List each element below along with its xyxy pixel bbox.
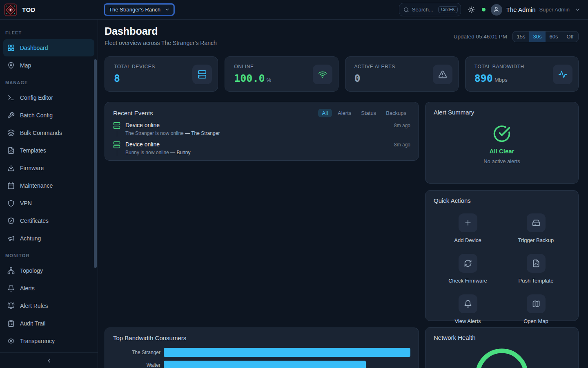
- sidebar-item-vpn[interactable]: VPN: [3, 195, 94, 212]
- event-filter-backups[interactable]: Backups: [382, 109, 410, 117]
- brand-name: TOD: [22, 6, 36, 13]
- stat-icon-tile: [313, 65, 332, 84]
- view-alerts-button[interactable]: View Alerts: [434, 289, 502, 330]
- wrench-icon: [7, 112, 15, 119]
- refresh-option-30s[interactable]: 30s: [529, 31, 546, 42]
- bar-row: The Stranger: [113, 348, 410, 357]
- sidebar-item-map[interactable]: Map: [3, 57, 94, 74]
- sidebar-collapse-button[interactable]: [0, 352, 98, 368]
- sidebar-scrollbar[interactable]: [94, 59, 97, 268]
- bar-track: [164, 348, 410, 357]
- sidebar-item-config-editor[interactable]: Config Editor: [3, 89, 94, 106]
- event-title: Device online: [125, 141, 160, 148]
- sidebar-item-maintenance[interactable]: Maintenance: [3, 177, 94, 194]
- event-time: 8m ago: [394, 123, 410, 128]
- sidebar-item-alerts[interactable]: Alerts: [3, 280, 94, 297]
- sidebar-item-label: Firmware: [20, 165, 44, 171]
- sidebar-item-audit-trail[interactable]: Audit Trail: [3, 315, 94, 332]
- fleet-selector[interactable]: The Stranger's Ranch: [105, 4, 174, 15]
- avatar[interactable]: [491, 4, 502, 16]
- action-icon-tile: [527, 294, 546, 313]
- user-menu-chevron-down-icon[interactable]: [575, 7, 581, 13]
- event-rail: [113, 122, 120, 137]
- sidebar-item-transparency[interactable]: Transparency: [3, 332, 94, 350]
- stat-card-online: ONLINE 100.0%: [225, 56, 338, 92]
- sidebar-item-label: Dashboard: [20, 45, 48, 51]
- wifi-icon: [318, 70, 327, 79]
- trigger-backup-button[interactable]: Trigger Backup: [502, 208, 570, 249]
- sidebar-item-achtung[interactable]: Achtung: [3, 230, 94, 247]
- brand: TOD: [0, 3, 98, 16]
- action-icon-tile: [459, 213, 477, 232]
- event-description: Bunny is now online — Bunny: [125, 150, 410, 155]
- event-filter-status[interactable]: Status: [357, 109, 380, 117]
- sidebar-item-batch-config[interactable]: Batch Config: [3, 107, 94, 124]
- sidebar-item-label: Achtung: [20, 235, 41, 242]
- network-health-card: Network Health 100: [425, 327, 579, 368]
- gauge-ring: [478, 351, 526, 368]
- open-map-button[interactable]: Open Map: [502, 289, 570, 330]
- stat-card-active-alerts: ACTIVE ALERTS 0: [345, 56, 459, 92]
- server-icon: [113, 141, 120, 148]
- download-icon: [7, 164, 15, 172]
- sidebar-item-label: Config Editor: [20, 94, 53, 101]
- sidebar-section-fleet: FLEET: [0, 25, 98, 39]
- sidebar-item-label: VPN: [20, 200, 32, 206]
- sidebar-item-label: Bulk Commands: [20, 130, 62, 136]
- check-firmware-button[interactable]: Check Firmware: [434, 249, 502, 289]
- theme-toggle-sun-icon[interactable]: [468, 6, 475, 13]
- event-row[interactable]: Device online 8m ago The Stranger is now…: [113, 122, 410, 137]
- hard-drive-icon: [532, 219, 540, 227]
- add-device-button[interactable]: Add Device: [434, 208, 502, 249]
- bar-label: Walter: [113, 362, 160, 368]
- sidebar-item-label: Certificates: [20, 218, 49, 224]
- event-row[interactable]: Device online 8m ago Bunny is now online…: [113, 141, 410, 156]
- search-placeholder: Search...: [412, 7, 433, 13]
- sidebar-item-firmware[interactable]: Firmware: [3, 159, 94, 177]
- bar: [164, 361, 366, 368]
- event-filter-alerts[interactable]: Alerts: [334, 109, 355, 117]
- refresh-interval-segmented-control: 15s 30s 60s Off: [512, 31, 579, 42]
- refresh-option-15s[interactable]: 15s: [513, 31, 529, 42]
- sidebar-item-label: Topology: [20, 267, 43, 274]
- event-description: The Stranger is now online — The Strange…: [125, 130, 410, 136]
- stats-row: TOTAL DEVICES 8 ONLINE 100.0% ACTIVE ALE…: [105, 56, 579, 92]
- app-logo-icon: [4, 3, 17, 16]
- timeline-connector: [117, 150, 117, 156]
- topbar: TOD The Stranger's Ranch Search... Cmd+K…: [0, 0, 588, 20]
- recent-events-card: Recent Events All Alerts Status Backups …: [105, 102, 419, 161]
- network-health-gauge: 100: [434, 346, 570, 368]
- sidebar-item-label: Batch Config: [20, 112, 53, 119]
- action-label: View Alerts: [454, 318, 481, 324]
- event-time: 8m ago: [394, 142, 410, 148]
- plus-icon: [464, 219, 472, 227]
- layers-icon: [7, 129, 15, 137]
- push-template-button[interactable]: Push Template: [502, 249, 570, 289]
- map-pin-icon: [7, 62, 15, 69]
- refresh-option-off[interactable]: Off: [562, 31, 578, 42]
- sidebar-item-bulk-commands[interactable]: Bulk Commands: [3, 124, 94, 141]
- search-icon: [403, 7, 409, 13]
- megaphone-icon: [7, 235, 15, 242]
- main-content: Dashboard Fleet overview across The Stra…: [98, 20, 588, 368]
- sidebar: FLEET Dashboard Map MANAGE Config Editor…: [0, 20, 98, 368]
- sidebar-item-label: Alert Rules: [20, 303, 48, 309]
- sidebar-item-templates[interactable]: Templates: [3, 142, 94, 159]
- user-icon: [493, 7, 499, 13]
- bell-icon: [464, 300, 472, 308]
- sidebar-item-certificates[interactable]: Certificates: [3, 212, 94, 229]
- sidebar-item-alert-rules[interactable]: Alert Rules: [3, 297, 94, 314]
- search-shortcut-badge: Cmd+K: [438, 6, 458, 13]
- quick-actions-card: Quick Actions Add Device Trigger Backup …: [425, 190, 579, 321]
- network-health-title: Network Health: [434, 334, 476, 341]
- search-input[interactable]: Search... Cmd+K: [399, 3, 461, 16]
- terminal-icon: [7, 94, 15, 101]
- sidebar-item-topology[interactable]: Topology: [3, 262, 94, 279]
- action-icon-tile: [527, 254, 546, 273]
- bandwidth-chart-title: Top Bandwidth Consumers: [113, 334, 186, 341]
- sidebar-item-label: Alerts: [20, 285, 35, 292]
- sidebar-item-dashboard[interactable]: Dashboard: [3, 39, 94, 56]
- action-icon-tile: [459, 254, 477, 273]
- event-filter-all[interactable]: All: [318, 109, 332, 117]
- refresh-option-60s[interactable]: 60s: [546, 31, 562, 42]
